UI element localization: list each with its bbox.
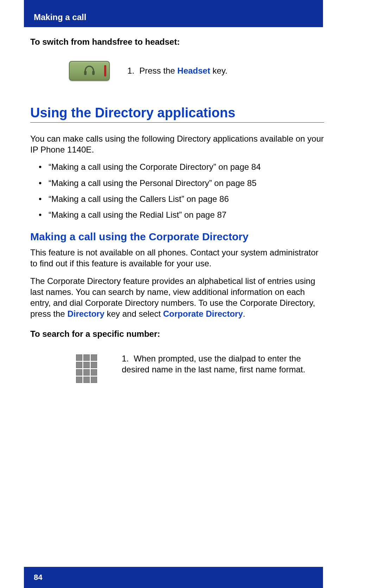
dialpad-icon (76, 354, 97, 383)
step-row-headset: 1.Press the Headset key. (30, 61, 324, 81)
heading-directory-apps: Using the Directory applications (30, 102, 324, 120)
instruction-switch-handsfree: To switch from handsfree to headset: (30, 37, 324, 47)
chapter-title: Making a call (34, 12, 86, 22)
para2-text2: key and select (104, 309, 163, 318)
svg-rect-1 (92, 71, 95, 75)
page-content: To switch from handsfree to headset: 1.P… (30, 37, 324, 383)
svg-rect-0 (84, 71, 87, 75)
corporate-directory-keyword: Corporate Directory (163, 309, 243, 318)
headset-keyword: Headset (177, 66, 210, 75)
step-number: 1. (122, 354, 129, 363)
para2-text3: . (243, 309, 245, 318)
chapter-header: Making a call (24, 0, 323, 27)
heading-rule (30, 122, 324, 123)
corporate-para-2: The Corporate Directory feature provides… (30, 276, 324, 320)
red-indicator (104, 65, 106, 76)
directory-bullet-list: “Making a call using the Corporate Direc… (30, 161, 324, 220)
step-number: 1. (127, 66, 134, 75)
directory-keyword: Directory (67, 309, 104, 318)
list-item: “Making a call using the Personal Direct… (30, 178, 324, 188)
list-item: “Making a call using the Corporate Direc… (30, 161, 324, 172)
list-item: “Making a call using the Redial List” on… (30, 209, 324, 220)
list-item: “Making a call using the Callers List” o… (30, 193, 324, 204)
page-number: 84 (34, 573, 42, 582)
heading-corporate-directory: Making a call using the Corporate Direct… (30, 231, 324, 243)
corporate-para-1: This feature is not available on all pho… (30, 247, 324, 269)
step-text-dialpad: 1.When prompted, use the dialpad to ente… (122, 353, 324, 375)
instruction-search-number: To search for a specific number: (30, 329, 324, 339)
intro-paragraph: You can make calls using the following D… (30, 133, 324, 155)
step-prefix: Press the (139, 66, 177, 75)
headset-key-illustration (69, 61, 110, 81)
headset-icon (82, 64, 96, 78)
step-row-dialpad: 1.When prompted, use the dialpad to ente… (30, 353, 324, 383)
step-text-headset: 1.Press the Headset key. (127, 66, 324, 76)
page-footer: 84 (24, 567, 323, 588)
step-body: When prompted, use the dialpad to enter … (122, 354, 305, 374)
step-suffix: key. (210, 66, 227, 75)
